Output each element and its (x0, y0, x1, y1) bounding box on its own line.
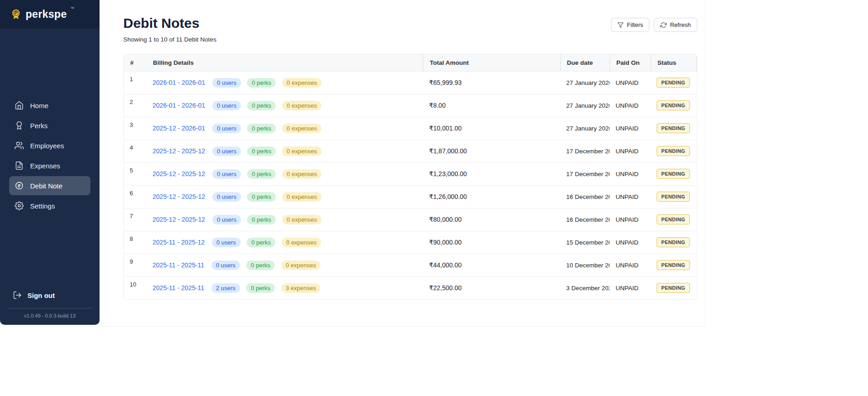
due-date-cell: 15 December 2025 (560, 231, 610, 254)
billing-period-link[interactable]: 2026-01 - 2026-01 (153, 79, 205, 86)
table-row: 2 2026-01 - 2026-01 0 users 0 perks 0 ex… (124, 94, 697, 117)
users-badge: 0 users (212, 78, 241, 88)
sidebar-nav: Home Perks Employees Expenses (0, 96, 100, 216)
status-badge: PENDING (657, 260, 689, 270)
perks-badge: 0 perks (247, 124, 276, 133)
expenses-badge: 0 expenses (282, 78, 322, 88)
perks-badge: 0 perks (247, 169, 276, 179)
sidebar-item-employees[interactable]: Employees (9, 136, 90, 155)
sidebar-item-home[interactable]: Home (9, 96, 90, 115)
sidebar-bottom: Sign out v1.0.49 - 0.0.3-build.13 (0, 286, 100, 325)
total-amount-cell: ₹1,87,000.00 (423, 140, 560, 162)
paid-on-cell: UNPAID (610, 162, 651, 185)
billing-period-link[interactable]: 2025-12 - 2026-01 (153, 125, 205, 132)
status-badge: PENDING (657, 78, 689, 88)
billing-period-link[interactable]: 2026-01 - 2026-01 (153, 102, 205, 109)
perks-badge: 0 perks (246, 283, 275, 293)
table-header-row: # Billing Details Total Amount Due date … (124, 54, 697, 71)
table-row: 4 2025-12 - 2025-12 0 users 0 perks 0 ex… (124, 140, 697, 162)
app-version: v1.0.49 - 0.0.3-build.13 (0, 308, 100, 325)
users-badge: 0 users (211, 261, 240, 270)
brand-trademark: ™ (70, 6, 74, 10)
paid-on-cell: UNPAID (610, 208, 651, 231)
total-amount-cell: ₹10,001.00 (423, 117, 560, 140)
app-frame: P perkspe ™ Home Perks (0, 0, 705, 327)
row-index: 3 (124, 117, 147, 140)
users-badge: 2 users (211, 283, 240, 293)
perks-badge: 0 perks (247, 215, 276, 224)
table-row: 6 2025-12 - 2025-12 0 users 0 perks 0 ex… (124, 185, 697, 208)
total-amount-cell: ₹80,000.00 (423, 208, 560, 231)
due-date-cell: 3 December 2025 (560, 276, 610, 299)
sign-out-button[interactable]: Sign out (0, 286, 100, 304)
status-cell: PENDING (651, 94, 696, 117)
billing-period-link[interactable]: 2025-11 - 2025-11 (153, 261, 204, 269)
status-badge: PENDING (657, 283, 689, 293)
status-cell: PENDING (651, 254, 696, 276)
column-header-index: # (124, 54, 147, 71)
paid-on-cell: UNPAID (610, 254, 651, 276)
billing-period-link[interactable]: 2025-11 - 2025-11 (153, 284, 204, 292)
header-buttons: Filters Refresh (611, 18, 697, 32)
billing-period-link[interactable]: 2025-12 - 2025-12 (153, 216, 205, 223)
sidebar-item-debit-note[interactable]: Debit Note (9, 176, 90, 195)
table-row: 7 2025-12 - 2025-12 0 users 0 perks 0 ex… (124, 208, 697, 231)
sidebar-item-label: Perks (30, 122, 47, 130)
status-badge: PENDING (657, 100, 689, 110)
sidebar-item-label: Employees (30, 142, 64, 150)
sidebar-item-label: Expenses (30, 162, 60, 170)
table-row: 8 2025-11 - 2025-12 0 users 0 perks 0 ex… (124, 231, 697, 254)
perks-icon (15, 121, 24, 130)
billing-details-cell: 2025-12 - 2025-12 0 users 0 perks 0 expe… (147, 208, 423, 231)
perks-badge: 0 perks (247, 146, 276, 156)
table-row: 3 2025-12 - 2026-01 0 users 0 perks 0 ex… (124, 117, 697, 140)
users-badge: 0 users (212, 169, 241, 179)
expenses-badge: 0 expenses (282, 192, 322, 202)
status-badge: PENDING (657, 123, 689, 133)
refresh-icon (660, 22, 667, 28)
table-body: 1 2026-01 - 2026-01 0 users 0 perks 0 ex… (124, 71, 697, 299)
row-index: 8 (124, 231, 147, 254)
total-amount-cell: ₹90,000.00 (423, 231, 560, 254)
svg-text:P: P (15, 10, 18, 16)
sidebar-item-label: Settings (30, 202, 55, 210)
expenses-badge: 0 expenses (282, 169, 322, 179)
sidebar-item-settings[interactable]: Settings (9, 196, 90, 215)
billing-details-cell: 2025-12 - 2025-12 0 users 0 perks 0 expe… (147, 140, 423, 162)
page-header: Debit Notes Showing 1 to 10 of 11 Debit … (123, 14, 697, 43)
perks-badge: 0 perks (247, 101, 276, 110)
row-index: 5 (124, 162, 147, 185)
filters-button[interactable]: Filters (611, 18, 649, 32)
status-badge: PENDING (657, 192, 689, 202)
billing-period-link[interactable]: 2025-12 - 2025-12 (153, 147, 205, 155)
employees-icon (15, 141, 24, 150)
sidebar-item-expenses[interactable]: Expenses (9, 156, 90, 175)
page-subtitle: Showing 1 to 10 of 11 Debit Notes (123, 36, 216, 43)
brand-name: perkspe (26, 8, 67, 21)
debit-notes-table: # Billing Details Total Amount Due date … (123, 54, 697, 300)
sign-out-label: Sign out (27, 292, 55, 299)
sidebar-item-perks[interactable]: Perks (9, 116, 90, 135)
paid-on-cell: UNPAID (610, 276, 651, 299)
total-amount-cell: ₹1,23,000.00 (423, 162, 560, 185)
total-amount-cell: ₹44,000.00 (423, 254, 560, 276)
expenses-badge: 0 expenses (282, 215, 322, 224)
table-row: 9 2025-11 - 2025-11 0 users 0 perks 0 ex… (124, 254, 697, 276)
billing-period-link[interactable]: 2025-11 - 2025-12 (153, 239, 205, 246)
brand-logo[interactable]: P perkspe ™ (0, 0, 100, 29)
billing-details-cell: 2025-12 - 2025-12 0 users 0 perks 0 expe… (147, 185, 423, 208)
row-index: 4 (124, 140, 147, 162)
users-badge: 0 users (212, 192, 241, 202)
users-badge: 0 users (212, 238, 241, 247)
billing-details-cell: 2025-11 - 2025-11 0 users 0 perks 0 expe… (147, 254, 423, 276)
refresh-button[interactable]: Refresh (654, 18, 697, 32)
due-date-cell: 17 December 2025 (560, 162, 610, 185)
due-date-cell: 17 December 2025 (560, 140, 610, 162)
perks-badge: 0 perks (247, 192, 276, 202)
status-badge: PENDING (657, 146, 689, 156)
column-header-due: Due date (560, 54, 610, 71)
billing-period-link[interactable]: 2025-12 - 2025-12 (153, 193, 205, 200)
status-cell: PENDING (651, 231, 696, 254)
total-amount-cell: ₹1,26,000.00 (423, 185, 560, 208)
billing-period-link[interactable]: 2025-12 - 2025-12 (153, 170, 205, 177)
